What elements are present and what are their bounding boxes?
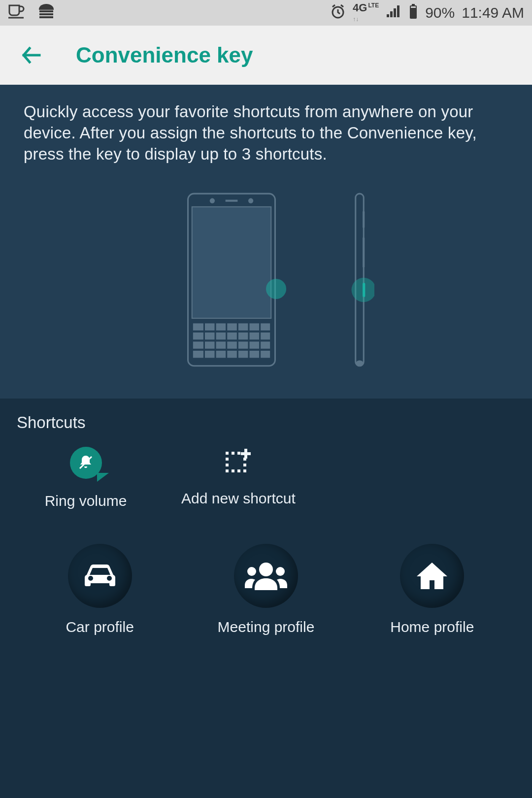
svg-point-29	[356, 360, 363, 365]
add-shortcut-icon	[225, 449, 252, 476]
intro-panel: Quickly access your favorite shortcuts f…	[0, 85, 532, 399]
home-icon	[400, 544, 464, 608]
svg-point-23	[266, 279, 286, 299]
profile-meeting[interactable]: Meeting profile	[197, 544, 335, 635]
coffee-icon	[8, 4, 26, 22]
svg-point-44	[259, 563, 273, 576]
app-bar: Convenience key	[0, 26, 532, 85]
svg-rect-3	[39, 16, 53, 18]
svg-rect-1	[39, 10, 53, 12]
svg-rect-38	[237, 469, 240, 472]
svg-rect-35	[226, 464, 229, 466]
svg-point-46	[276, 567, 285, 576]
svg-rect-25	[363, 211, 365, 228]
shortcut-label: Home profile	[390, 619, 474, 635]
svg-point-45	[247, 567, 256, 576]
svg-point-9	[210, 198, 215, 203]
bell-mute-icon	[70, 447, 102, 479]
svg-point-10	[248, 198, 253, 203]
svg-rect-11	[226, 200, 238, 201]
alarm-icon	[330, 3, 346, 23]
android-icon	[36, 3, 56, 23]
status-bar: 4GLTE ↑↓ 90% 11:49 AM	[0, 0, 532, 26]
profile-car[interactable]: Car profile	[31, 544, 169, 635]
svg-rect-32	[232, 452, 234, 455]
page-title: Convenience key	[76, 43, 253, 67]
profile-home[interactable]: Home profile	[363, 544, 501, 635]
svg-rect-39	[243, 469, 246, 472]
intro-text: Quickly access your favorite shortcuts f…	[24, 101, 508, 165]
svg-rect-40	[243, 464, 246, 466]
car-icon	[68, 544, 132, 608]
svg-rect-6	[412, 4, 415, 5]
svg-rect-7	[411, 6, 416, 8]
phone-illustration	[24, 192, 508, 369]
svg-rect-43	[241, 452, 251, 455]
shortcut-ring-volume[interactable]: Ring volume	[17, 447, 155, 509]
svg-rect-36	[226, 469, 229, 472]
svg-rect-2	[39, 13, 53, 15]
phone-side-icon	[345, 192, 374, 369]
shortcut-label: Meeting profile	[218, 619, 315, 635]
svg-rect-31	[226, 452, 229, 455]
svg-rect-12	[192, 207, 271, 318]
battery-percent: 90%	[425, 4, 455, 21]
shortcuts-panel: Shortcuts Ring volume Add n	[0, 399, 532, 798]
clock-time: 11:49 AM	[462, 4, 524, 21]
phone-front-icon	[158, 192, 305, 369]
arrow-left-icon	[20, 43, 43, 67]
svg-rect-34	[226, 458, 229, 461]
svg-rect-33	[237, 452, 240, 455]
battery-icon	[408, 3, 418, 23]
signal-icon	[386, 4, 401, 22]
shortcut-add-new[interactable]: Add new shortcut	[160, 447, 317, 509]
shortcut-label: Add new shortcut	[181, 490, 296, 507]
back-button[interactable]	[17, 40, 46, 70]
shortcut-label: Car profile	[66, 619, 133, 635]
svg-rect-26	[363, 237, 365, 267]
network-4g-label: 4GLTE ↑↓	[353, 3, 379, 23]
shortcut-label: Ring volume	[45, 493, 127, 509]
shortcuts-title: Shortcuts	[17, 413, 515, 432]
group-icon	[234, 544, 298, 608]
svg-rect-37	[232, 469, 234, 472]
